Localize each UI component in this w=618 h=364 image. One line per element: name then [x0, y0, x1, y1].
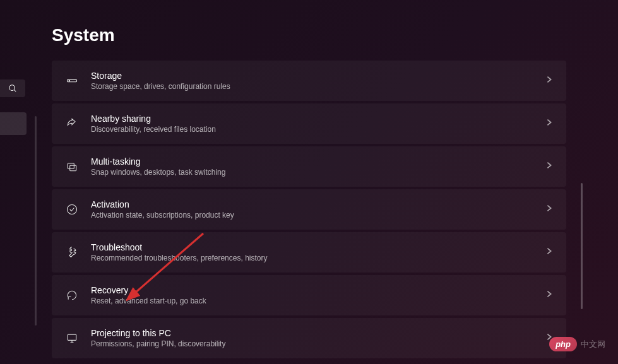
sidebar-active-item[interactable] — [0, 112, 27, 135]
page-title: System — [52, 25, 618, 45]
item-subtitle: Snap windows, desktops, task switching — [91, 168, 545, 177]
recovery-icon — [64, 288, 80, 303]
svg-point-3 — [69, 80, 69, 81]
settings-item-nearby-sharing[interactable]: Nearby sharing Discoverability, received… — [52, 103, 566, 144]
item-title: Troubleshoot — [91, 242, 545, 252]
settings-item-storage[interactable]: Storage Storage space, drives, configura… — [52, 61, 566, 101]
svg-rect-5 — [70, 165, 76, 170]
svg-point-1 — [9, 85, 15, 91]
chevron-right-icon — [545, 75, 554, 86]
settings-item-troubleshoot[interactable]: Troubleshoot Recommended troubleshooters… — [52, 232, 566, 273]
watermark: php 中文网 — [549, 337, 605, 351]
watermark-badge: php — [549, 337, 577, 351]
chevron-right-icon — [545, 290, 554, 301]
watermark-text: 中文网 — [581, 339, 605, 350]
projecting-icon — [64, 331, 80, 346]
activation-icon — [64, 202, 80, 217]
item-subtitle: Storage space, drives, configuration rul… — [91, 82, 545, 91]
multitask-icon — [64, 159, 80, 174]
settings-item-projecting[interactable]: Projecting to this PC Permissions, pairi… — [52, 318, 566, 358]
search-button[interactable] — [0, 79, 25, 97]
item-title: Multi-tasking — [91, 156, 545, 167]
item-title: Projecting to this PC — [91, 328, 545, 338]
item-subtitle: Reset, advanced start-up, go back — [91, 296, 545, 305]
svg-rect-4 — [68, 163, 74, 168]
item-title: Nearby sharing — [91, 114, 545, 124]
item-title: Storage — [91, 71, 545, 81]
share-icon — [64, 116, 80, 131]
scrollbar-thumb[interactable] — [581, 183, 583, 309]
settings-item-multitasking[interactable]: Multi-tasking Snap windows, desktops, ta… — [52, 146, 566, 187]
item-subtitle: Recommended troubleshooters, preferences… — [91, 254, 545, 262]
settings-item-activation[interactable]: Activation Activation state, subscriptio… — [52, 189, 566, 230]
item-title: Activation — [91, 199, 545, 209]
chevron-right-icon — [545, 247, 554, 258]
chevron-right-icon — [545, 204, 554, 215]
item-subtitle: Activation state, subscriptions, product… — [91, 211, 545, 220]
chevron-right-icon — [545, 118, 554, 129]
svg-point-6 — [68, 205, 77, 214]
item-title: Recovery — [91, 285, 545, 295]
item-subtitle: Permissions, pairing PIN, discoverabilit… — [91, 339, 545, 348]
search-icon — [8, 84, 17, 93]
svg-rect-7 — [68, 334, 76, 340]
settings-item-recovery[interactable]: Recovery Reset, advanced start-up, go ba… — [52, 275, 566, 315]
scrollbar[interactable] — [581, 57, 583, 360]
troubleshoot-icon — [64, 245, 80, 260]
chevron-right-icon — [545, 161, 554, 172]
settings-list: Storage Storage space, drives, configura… — [52, 61, 566, 358]
storage-icon — [64, 73, 80, 88]
item-subtitle: Discoverability, received files location — [91, 125, 545, 134]
content-scroll-indicator — [35, 116, 37, 326]
